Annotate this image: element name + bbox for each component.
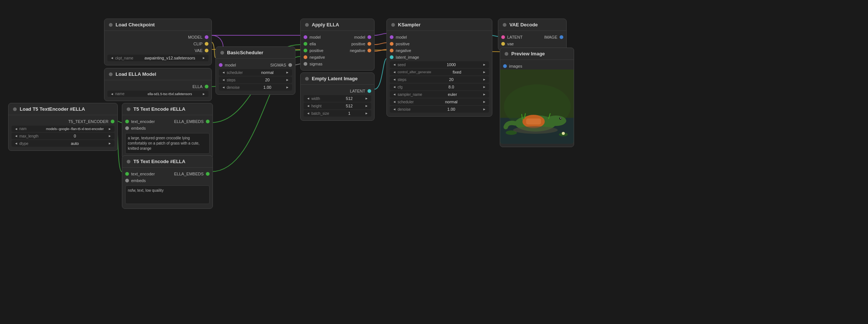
field-label: scheduler [227, 71, 249, 75]
arrow-left: ◄ [307, 97, 310, 100]
port-label-clip: CLIP [194, 42, 203, 46]
port-row-ella: ella positive [301, 40, 374, 47]
port-row-latent: LATENT [301, 88, 374, 94]
port-model-out[interactable] [205, 35, 208, 39]
port-negative-in[interactable] [304, 55, 307, 59]
port-sigmas-in[interactable] [304, 62, 307, 66]
port-label-negative-out: negative [350, 48, 365, 53]
node-status-dot [109, 72, 113, 76]
node-t5-encode-2-header: T5 Text Encode #ELLA [122, 156, 213, 168]
node-title: BasicScheduler [227, 50, 263, 55]
port-positive-in[interactable] [304, 49, 307, 52]
port-text-enc-in[interactable] [125, 120, 129, 123]
arrow-right: ► [483, 107, 486, 111]
field-value: 1000 [421, 62, 481, 67]
port-latent-in[interactable] [390, 55, 393, 59]
seed-row[interactable]: ◄ seed 1000 ► [390, 61, 489, 68]
node-status-dot [391, 23, 395, 27]
cfg-row[interactable]: ◄ cfg 8.0 ► [390, 84, 489, 90]
port-label-vae: VAE [195, 48, 203, 53]
port-row-clip: CLIP [104, 40, 211, 47]
arrow-right: ► [108, 127, 111, 131]
sampler-row[interactable]: ◄ sampler_name euler ► [390, 91, 489, 98]
port-positive-in[interactable] [390, 42, 393, 46]
port-row-model: model [387, 34, 492, 40]
steps-row[interactable]: ◄ steps 20 ► [390, 76, 489, 83]
port-model-out[interactable] [367, 35, 371, 39]
arrow-right: ► [365, 97, 368, 100]
text-area-positive[interactable]: a large, textured green crocodile lying … [125, 133, 210, 154]
port-positive-out[interactable] [367, 42, 371, 46]
port-vae-in[interactable] [501, 42, 505, 46]
arrow-left: ◄ [393, 85, 396, 89]
arrow-right: ► [286, 71, 289, 74]
port-embeds-in2[interactable] [125, 179, 129, 182]
arrow-left: ◄ [393, 70, 396, 74]
ckpt-name-row[interactable]: ◄ ckpt_name awpainting_v12.safetensors ► [107, 55, 208, 61]
height-row[interactable]: ◄ height 512 ► [304, 103, 371, 109]
node-t5-encode-1: T5 Text Encode #ELLA text_encoder ELLA_E… [122, 103, 213, 159]
field-label: name [115, 92, 137, 96]
arrow-left: ◄ [222, 78, 225, 82]
node-load-checkpoint-header: Load Checkpoint [104, 19, 211, 31]
port-sigmas-out[interactable] [288, 63, 292, 67]
t5-dtype-row[interactable]: ◄ dtype auto ► [12, 140, 114, 147]
port-label-model: model [396, 35, 407, 39]
arrow-right: ► [365, 104, 368, 108]
port-row-embeds2: embeds [122, 177, 213, 184]
node-status-dot [127, 160, 130, 163]
field-value: 512 [335, 96, 363, 101]
t5-maxlen-row[interactable]: ◄ max_length 0 ► [12, 133, 114, 139]
scheduler-row[interactable]: ◄ scheduler normal ► [390, 98, 489, 105]
control-row[interactable]: ◄ control_after_generate fixed ► [390, 69, 489, 75]
field-label: steps [227, 78, 249, 82]
ella-name-row[interactable]: ◄ name ella-sd1.5-tsc-t5xl.safetensors ► [107, 91, 208, 97]
port-model-in[interactable] [219, 63, 223, 67]
port-ella-out[interactable] [205, 85, 208, 88]
port-image-out[interactable] [560, 35, 563, 39]
node-load-t5: Load T5 TextEncoder #ELLA T5_TEXT_ENCODE… [8, 103, 118, 151]
node-apply-ella: Apply ELLA model model ella positive pos… [300, 19, 375, 71]
port-ella-embeds-out2[interactable] [206, 172, 210, 176]
arrow-right: ► [202, 56, 205, 60]
port-label-ella-embeds2: ELLA_EMBEDS [174, 172, 204, 176]
text-area-negative[interactable]: nsfw, text, low quaility [125, 185, 210, 204]
port-t5-out[interactable] [111, 120, 114, 123]
width-row[interactable]: ◄ width 512 ► [304, 95, 371, 102]
denoise-row[interactable]: ◄ denoise 1.00 ► [390, 106, 489, 113]
node-ksampler: KSampler model positive negative latent_… [386, 19, 492, 117]
field-value: auto [43, 141, 107, 146]
denoise-row[interactable]: ◄ denoise 1.00 ► [219, 84, 292, 91]
port-label-positive: positive [310, 48, 323, 53]
port-images-in[interactable] [503, 64, 507, 68]
port-text-enc-in2[interactable] [125, 172, 129, 176]
port-embeds-in[interactable] [125, 126, 129, 130]
steps-row[interactable]: ◄ steps 20 ► [219, 77, 292, 83]
node-load-ella-header: Load ELLA Model [104, 68, 211, 80]
batch-row[interactable]: ◄ batch_size 1 ► [304, 110, 371, 117]
port-ella-embeds-out[interactable] [206, 120, 210, 123]
port-latent-out[interactable] [367, 89, 371, 93]
port-model-in[interactable] [304, 35, 307, 39]
port-row-text-enc2: text_encoder ELLA_EMBEDS [122, 171, 213, 177]
port-clip-out[interactable] [205, 42, 208, 46]
port-negative-in[interactable] [390, 49, 393, 52]
node-title: T5 Text Encode #ELLA [133, 159, 185, 164]
node-vae-decode: VAE Decode LATENT IMAGE vae [498, 19, 567, 51]
t5-name-row[interactable]: ◄ nam models--google--flan-t5-xl-text-en… [12, 126, 114, 132]
field-value: euler [424, 92, 481, 97]
field-label: denoise [398, 107, 420, 111]
field-label: dtype [19, 142, 42, 146]
port-negative-out[interactable] [367, 49, 371, 52]
scheduler-row[interactable]: ◄ scheduler normal ► [219, 69, 292, 76]
field-value: 20 [250, 78, 284, 82]
arrow-left: ◄ [222, 85, 225, 89]
port-vae-out[interactable] [205, 49, 208, 52]
port-latent-in[interactable] [501, 35, 505, 39]
port-ella-in[interactable] [304, 42, 307, 46]
port-row-latent: latent_image [387, 54, 492, 61]
field-label: ckpt_name [115, 56, 137, 60]
port-model-in[interactable] [390, 35, 393, 39]
port-label-ella: ella [310, 42, 316, 46]
arrow-right: ► [365, 111, 368, 115]
